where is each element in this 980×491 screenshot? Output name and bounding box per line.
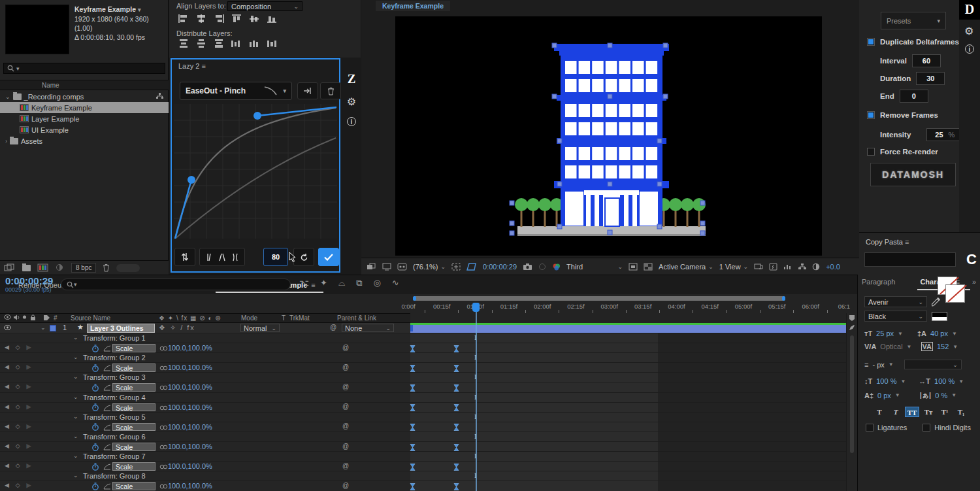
align-hcenter-icon[interactable] bbox=[195, 14, 207, 24]
transform-group-row[interactable]: ⌄ Transform: Group 4 I bbox=[0, 393, 857, 403]
align-vcenter-icon[interactable] bbox=[248, 14, 260, 24]
leading-value[interactable]: 40 px bbox=[930, 330, 948, 337]
frame-blend-icon[interactable]: ⧉ bbox=[356, 278, 362, 288]
keyframe-navigator[interactable]: ◀ ◇ ▶ bbox=[5, 462, 33, 469]
case-button-5[interactable]: T₁ bbox=[954, 407, 968, 417]
trkmat-column-header[interactable]: TrkMat bbox=[289, 314, 310, 322]
tsume-arrow[interactable]: ▼ bbox=[951, 392, 956, 398]
mode-column-header[interactable]: Mode bbox=[241, 314, 257, 322]
exposure-reset-icon[interactable] bbox=[769, 263, 777, 271]
scale-value[interactable]: 100.0,100.0% bbox=[168, 482, 212, 490]
number-column-header[interactable]: # bbox=[54, 314, 57, 322]
shield-icon[interactable] bbox=[849, 314, 855, 322]
keyframe-icon[interactable] bbox=[453, 404, 459, 411]
transform-group-row[interactable]: ⌄ Transform: Group 1 I bbox=[0, 333, 857, 343]
graph-editor-icon[interactable]: ∿ bbox=[392, 278, 399, 288]
tab-paragraph[interactable]: Paragraph bbox=[862, 278, 895, 286]
info-icon[interactable]: i bbox=[347, 117, 356, 126]
chevron-down-icon[interactable]: ⌄ bbox=[73, 334, 78, 341]
property-pickwhip-icon[interactable]: @ bbox=[342, 344, 349, 351]
stopwatch-icon[interactable] bbox=[91, 483, 99, 490]
lock-column-icon[interactable] bbox=[30, 314, 36, 321]
property-name[interactable]: Scale bbox=[112, 462, 155, 471]
scale-property-row[interactable]: ◀ ◇ ▶ Scale 100.0,100.0% @ bbox=[0, 343, 857, 353]
stroke-preview-swatch[interactable] bbox=[932, 312, 947, 321]
project-search-input[interactable]: ▾ bbox=[3, 63, 165, 74]
eye-icon[interactable] bbox=[4, 325, 11, 330]
exposure-value[interactable]: +0.0 bbox=[826, 263, 840, 271]
font-style-dropdown[interactable]: Black⌄ bbox=[864, 311, 927, 322]
share-view-icon[interactable] bbox=[754, 263, 763, 270]
delete-preset-button[interactable] bbox=[320, 82, 341, 99]
link-dimensions-icon[interactable] bbox=[159, 484, 168, 489]
handle-mode-buttons[interactable] bbox=[199, 248, 245, 266]
keyframe-icon[interactable] bbox=[453, 483, 459, 490]
chevron-down-icon[interactable]: ⌄ bbox=[73, 433, 78, 439]
keyframe-icon[interactable] bbox=[410, 404, 416, 411]
scale-value[interactable]: 100.0,100.0% bbox=[168, 344, 212, 352]
parent-pickwhip-icon[interactable]: @ bbox=[330, 324, 336, 331]
shy-layers-icon[interactable]: ⌓ bbox=[338, 278, 345, 288]
font-family-dropdown[interactable]: Avenir⌄ bbox=[864, 296, 927, 307]
interval-input[interactable]: 60 bbox=[912, 54, 941, 67]
link-dimensions-icon[interactable] bbox=[159, 425, 168, 430]
bezier-handle-out-dot[interactable] bbox=[253, 112, 261, 120]
layer-expand-chevron[interactable]: ⌄ bbox=[41, 324, 46, 331]
link-dimensions-icon[interactable] bbox=[159, 405, 168, 411]
property-pickwhip-icon[interactable]: @ bbox=[342, 403, 349, 410]
project-tree-item[interactable]: ⌄ _Recording comps bbox=[0, 91, 169, 102]
stopwatch-icon[interactable] bbox=[91, 463, 99, 471]
keyframe-icon[interactable] bbox=[453, 444, 459, 451]
graph-icon[interactable] bbox=[103, 365, 111, 371]
duplicate-deltaframes-checkbox[interactable] bbox=[867, 38, 875, 46]
camera-dropdown[interactable]: Active Camera⌄ bbox=[659, 263, 713, 271]
property-name[interactable]: Scale bbox=[112, 364, 155, 372]
tsume-value[interactable]: 0 % bbox=[935, 392, 947, 399]
tracking-value[interactable]: 152 bbox=[937, 343, 949, 350]
pen-icon[interactable] bbox=[849, 324, 855, 331]
layer-row[interactable]: ⌄ 1 ★ Layer 3 Outlines ❖ ✧ / fx Normal⌄ … bbox=[0, 323, 857, 333]
chevron-down-icon[interactable]: ⌄ bbox=[73, 394, 78, 400]
scale-property-row[interactable]: ◀ ◇ ▶ Scale 100.0,100.0% @ bbox=[0, 462, 857, 471]
end-input[interactable]: 0 bbox=[900, 90, 928, 103]
fill-stroke-swatches[interactable] bbox=[938, 277, 966, 303]
presets-dropdown[interactable]: Presets▾ bbox=[881, 12, 946, 29]
case-button-2[interactable]: TT bbox=[905, 407, 919, 417]
link-dimensions-icon[interactable] bbox=[159, 445, 168, 450]
vertical-scale-arrow[interactable]: ▼ bbox=[900, 379, 906, 384]
graph-icon[interactable] bbox=[103, 424, 111, 431]
composition-stage[interactable] bbox=[395, 16, 822, 256]
comp-title[interactable]: Keyframe Example bbox=[74, 5, 136, 13]
magnification-monitor-icon[interactable] bbox=[382, 263, 391, 271]
keyframe-navigator[interactable]: ◀ ◇ ▶ bbox=[5, 482, 33, 488]
scale-value[interactable]: 100.0,100.0% bbox=[168, 383, 212, 391]
scale-property-row[interactable]: ◀ ◇ ▶ Scale 100.0,100.0% @ bbox=[0, 481, 857, 491]
chevron-down-icon[interactable]: ⌄ bbox=[73, 472, 78, 479]
keyframe-icon[interactable] bbox=[453, 345, 459, 352]
ease-preset-dropdown[interactable]: EaseOut - Pinch ▾ bbox=[180, 82, 292, 100]
link-dimensions-icon[interactable] bbox=[159, 385, 168, 390]
distribute-bottom-icon[interactable] bbox=[213, 39, 225, 48]
baseline-shift-value[interactable]: 0 px bbox=[877, 392, 891, 399]
graph-icon[interactable] bbox=[103, 444, 111, 450]
label-column-icon[interactable] bbox=[43, 314, 50, 321]
case-button-1[interactable]: T bbox=[889, 407, 903, 417]
timeline-search-input[interactable]: ▾ bbox=[61, 279, 291, 290]
region-of-interest-icon[interactable] bbox=[451, 263, 461, 271]
keyframe-icon[interactable] bbox=[453, 384, 459, 392]
stroke-width-dropdown-arrow[interactable]: ▼ bbox=[889, 362, 894, 367]
horizontal-scale-value[interactable]: 100 % bbox=[934, 377, 955, 385]
stopwatch-icon[interactable] bbox=[91, 423, 99, 431]
source-name-column-header[interactable]: Source Name bbox=[71, 314, 110, 322]
keyframe-navigator[interactable]: ◀ ◇ ▶ bbox=[5, 383, 33, 390]
link-dimensions-icon[interactable] bbox=[159, 464, 168, 469]
intensity-input[interactable]: 25% bbox=[926, 128, 963, 141]
motion-blur-icon[interactable]: ◎ bbox=[373, 278, 380, 288]
distribute-vcenter-icon[interactable] bbox=[195, 39, 207, 48]
viewer-tab[interactable]: Keyframe Example bbox=[376, 1, 450, 11]
keyframe-navigator[interactable]: ◀ ◇ ▶ bbox=[5, 403, 33, 410]
project-tree-item[interactable]: UI Example bbox=[0, 124, 169, 135]
project-tree-item[interactable]: Keyframe Example bbox=[0, 102, 169, 113]
graph-icon[interactable] bbox=[103, 345, 111, 352]
show-snapshot-icon[interactable] bbox=[538, 263, 546, 271]
